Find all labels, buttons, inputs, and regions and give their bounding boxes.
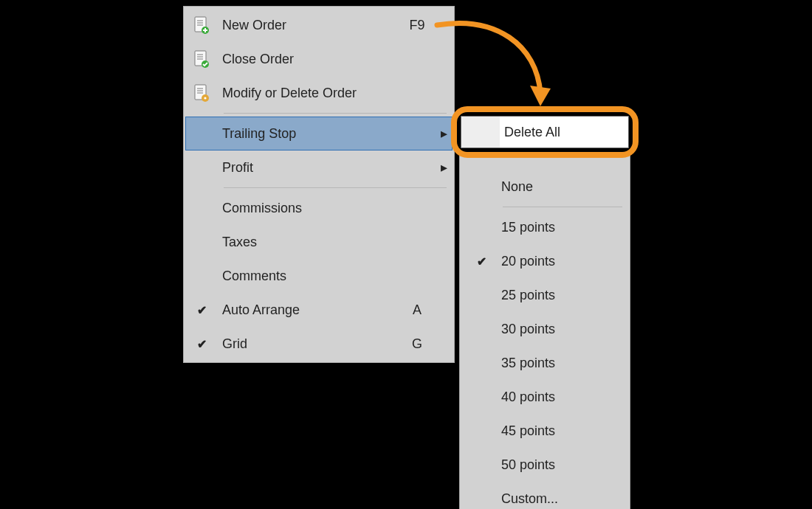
context-menu: New Order F9 Close Order (183, 6, 455, 363)
submenu-points-35[interactable]: 35 points (461, 346, 628, 380)
callout-highlight: Delete All (451, 106, 639, 158)
submenu-points-45[interactable]: 45 points (461, 414, 628, 448)
menu-modify-delete-order[interactable]: Modify or Delete Order (185, 76, 453, 110)
submenu-label: 20 points (501, 254, 628, 269)
checkmark-icon: ✔ (185, 303, 218, 317)
submenu-points-50[interactable]: 50 points (461, 448, 628, 482)
svg-marker-18 (530, 86, 551, 106)
document-gear-icon (185, 84, 218, 102)
svg-point-17 (204, 97, 206, 99)
submenu-label: 40 points (501, 389, 628, 405)
menu-label: Taxes (218, 235, 399, 250)
submenu-label: 25 points (501, 288, 628, 303)
submenu-label: None (501, 179, 628, 195)
checkmark-icon: ✔ (461, 254, 501, 269)
menu-label: Comments (218, 269, 399, 284)
menu-commissions[interactable]: Commissions (185, 191, 453, 225)
menu-label: Profit (218, 160, 399, 176)
submenu-label: 45 points (501, 423, 628, 439)
submenu-none[interactable]: None (461, 170, 628, 204)
submenu-points-40[interactable]: 40 points (461, 380, 628, 414)
checkmark-icon: ✔ (185, 337, 218, 351)
submenu-custom[interactable]: Custom... (461, 482, 628, 509)
submenu-arrow-icon: ▸ (435, 159, 453, 176)
submenu-points-25[interactable]: 25 points (461, 278, 628, 312)
menu-auto-arrange[interactable]: ✔ Auto Arrange A (185, 293, 453, 327)
submenu-points-15[interactable]: 15 points (461, 210, 628, 244)
menu-trailing-stop[interactable]: Trailing Stop ▸ (185, 117, 453, 150)
submenu-label: 35 points (501, 356, 628, 371)
menu-profit[interactable]: Profit ▸ (185, 150, 453, 184)
submenu-label: 50 points (501, 457, 628, 473)
submenu-points-30[interactable]: 30 points (461, 312, 628, 346)
menu-label: Close Order (218, 52, 399, 67)
menu-label: Trailing Stop (218, 126, 399, 142)
accelerator: G (399, 336, 435, 352)
menu-comments[interactable]: Comments (185, 259, 453, 293)
document-check-icon (185, 50, 218, 68)
trailing-stop-submenu: None 15 points ✔ 20 points 25 points 30 … (459, 153, 630, 509)
icon-gutter (461, 117, 500, 148)
menu-label: Auto Arrange (218, 302, 399, 318)
separator (224, 113, 447, 114)
submenu-label: 30 points (501, 322, 628, 337)
menu-close-order[interactable]: Close Order (185, 42, 453, 76)
menu-label: New Order (218, 18, 399, 33)
accelerator: F9 (399, 18, 435, 33)
document-plus-icon (185, 16, 218, 34)
screenshot-canvas: New Order F9 Close Order (0, 0, 812, 509)
menu-taxes[interactable]: Taxes (185, 225, 453, 259)
submenu-label: 15 points (501, 220, 628, 235)
submenu-points-20[interactable]: ✔ 20 points (461, 244, 628, 278)
submenu-label: Custom... (501, 491, 628, 507)
menu-label: Grid (218, 336, 399, 352)
separator (224, 187, 447, 188)
submenu-arrow-icon: ▸ (435, 125, 453, 142)
submenu-label: Delete All (500, 125, 560, 140)
menu-new-order[interactable]: New Order F9 (185, 8, 453, 42)
menu-label: Commissions (218, 201, 399, 216)
menu-label: Modify or Delete Order (218, 86, 399, 101)
separator (503, 207, 622, 207)
submenu-delete-all[interactable]: Delete All (461, 116, 629, 148)
accelerator: A (399, 302, 435, 318)
menu-grid[interactable]: ✔ Grid G (185, 327, 453, 361)
